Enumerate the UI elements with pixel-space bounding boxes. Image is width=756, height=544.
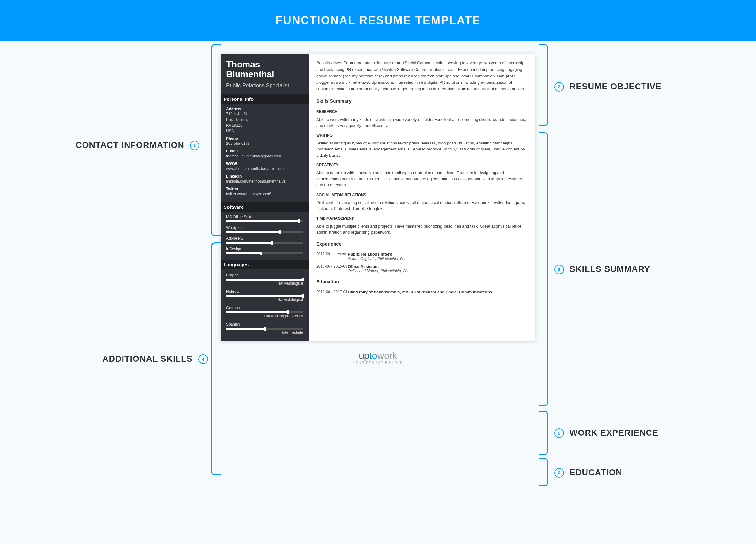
progress-fill (226, 253, 261, 255)
progress-handle (264, 327, 266, 330)
progress-handle (271, 241, 273, 245)
callout-num-2: 2 (554, 82, 564, 92)
resume-main: Results-driven Penn graduate in Journali… (309, 54, 535, 341)
language-level: Full working proficiency (226, 314, 303, 318)
callout-education: 6 EDUCATION (554, 468, 622, 478)
skills-list: RESEARCHAble to work with many kinds of … (316, 110, 528, 236)
resume-sidebar: Thomas Blumenthal Public Relations Speci… (221, 54, 309, 341)
email-label: E-mail (226, 149, 303, 153)
skill-text: Skilled at writing all types of Public R… (316, 140, 528, 159)
resume-objective: Results-driven Penn graduate in Journali… (316, 60, 528, 93)
resume-document: Thomas Blumenthal Public Relations Speci… (221, 54, 535, 341)
twitter-label: Twitter (226, 187, 303, 191)
progress-handle (302, 294, 304, 298)
bracket-contact (211, 44, 221, 236)
software-item: Wordpress (226, 226, 303, 233)
language-name: English (226, 273, 303, 277)
education-row: 2012-08 - 2017-05 University of Pennsylv… (316, 289, 528, 294)
skill-heading: SOCIAL MEDIA RELATIONS (316, 193, 528, 197)
software-item: InDesign (226, 247, 303, 255)
progress-bar (226, 221, 303, 222)
language-item: German Full working proficiency (226, 306, 303, 318)
skill-text: Able to come up with innovative solution… (316, 170, 528, 188)
experience-title-text: Office Assistant (348, 264, 528, 269)
bracket-education (539, 458, 548, 486)
progress-handle (279, 230, 281, 234)
callout-experience: 5 WORK EXPERIENCE (554, 428, 658, 438)
progress-fill (226, 278, 303, 280)
language-level: Native/bilingual (226, 281, 303, 285)
page-title: FUNCTIONAL RESUME TEMPLATE (276, 14, 481, 27)
logo-work: work (377, 350, 397, 361)
experience-title: Experience (316, 241, 528, 248)
callout-label-experience: WORK EXPERIENCE (570, 428, 658, 438)
progress-fill (226, 242, 272, 244)
skill-text: Able to juggle multiple clients and proj… (316, 223, 528, 236)
progress-bar (226, 278, 303, 280)
progress-bar (226, 311, 303, 313)
resume-name: Thomas Blumenthal (226, 60, 303, 79)
callout-label-education: EDUCATION (570, 468, 622, 478)
progress-fill (226, 295, 303, 297)
callout-label-skills: SKILLS SUMMARY (570, 265, 650, 274)
www-value: www.thomblumenthalcreative.com (226, 166, 303, 172)
logo-up: up (359, 350, 369, 361)
language-name: Hebrew (226, 289, 303, 294)
content-area: 1 CONTACT INFORMATION 4 ADDITIONAL SKILL… (0, 41, 756, 364)
bracket-experience (539, 411, 548, 455)
progress-fill (226, 311, 288, 313)
experience-dates: 2017-09 - present (316, 252, 348, 261)
progress-handle (302, 278, 304, 281)
callout-objective: 2 RESUME OBJECTIVE (554, 82, 661, 92)
callout-label-contact: CONTACT INFORMATION (76, 140, 184, 150)
education-list: 2012-08 - 2017-05 University of Pennsylv… (316, 289, 528, 294)
language-item: Hebrew Native/bilingual (226, 289, 303, 302)
personal-info-header: Personal Info (221, 95, 309, 104)
skill-text: Able to work with many kinds of clients … (316, 117, 528, 129)
twitter-value: twitter.com/thommybloom81 (226, 191, 303, 197)
linkedin-value: linkedin.com/me/thomblumenthal81 (226, 179, 303, 184)
progress-bar (226, 231, 303, 233)
language-name: Spanish (226, 322, 303, 326)
callout-additional-skills: 4 ADDITIONAL SKILLS (102, 354, 208, 364)
education-title-text: University of Pennsylvania, MA in Journa… (348, 289, 528, 294)
education-content: University of Pennsylvania, MA in Journa… (348, 289, 528, 294)
experience-company: Adidas Originals, Philadelphia, PA (348, 257, 528, 261)
phone-value: 202-555-0173 (226, 141, 303, 146)
skills-summary-title: Skills Summary (316, 98, 528, 105)
language-item: English Native/bilingual (226, 273, 303, 285)
language-item: Spanish Intermediate (226, 322, 303, 335)
languages-list: English Native/bilingualHebrew Native/bi… (226, 273, 303, 335)
progress-bar (226, 242, 303, 244)
progress-bar (226, 253, 303, 255)
skill-heading: RESEARCH (316, 110, 528, 114)
progress-handle (260, 252, 262, 255)
education-dates: 2012-08 - 2017-05 (316, 289, 348, 294)
callout-label-objective: RESUME OBJECTIVE (570, 82, 661, 92)
bracket-objective (539, 44, 548, 126)
software-name: MS Office Suite (226, 215, 303, 219)
bracket-skills-summary (539, 132, 548, 406)
logo-to: to (369, 350, 377, 361)
progress-bar (226, 295, 303, 297)
header-bar: FUNCTIONAL RESUME TEMPLATE (0, 0, 756, 41)
progress-handle (287, 310, 289, 314)
software-item: MS Office Suite (226, 215, 303, 222)
experience-dates: 2015-06 - 2015-08 (316, 264, 348, 273)
www-label: WWW (226, 162, 303, 166)
languages-header: Languages (221, 260, 309, 269)
callout-num-3: 3 (554, 265, 564, 274)
progress-handle (298, 220, 300, 223)
software-item: Adobe PS (226, 236, 303, 244)
software-header: Software (221, 203, 309, 212)
experience-title-text: Public Relations Intern (348, 252, 528, 257)
software-list: MS Office Suite Wordpress Adobe PS InDes… (226, 215, 303, 255)
progress-fill (226, 221, 299, 222)
callout-num-1: 1 (190, 141, 199, 150)
callout-num-4: 4 (198, 354, 208, 364)
experience-list: 2017-09 - present Public Relations Inter… (316, 252, 528, 273)
callout-label-additional: ADDITIONAL SKILLS (102, 354, 193, 364)
job-title: Public Relations Specialist (226, 83, 303, 89)
progress-fill (226, 231, 280, 233)
address-label: Address (226, 107, 303, 111)
